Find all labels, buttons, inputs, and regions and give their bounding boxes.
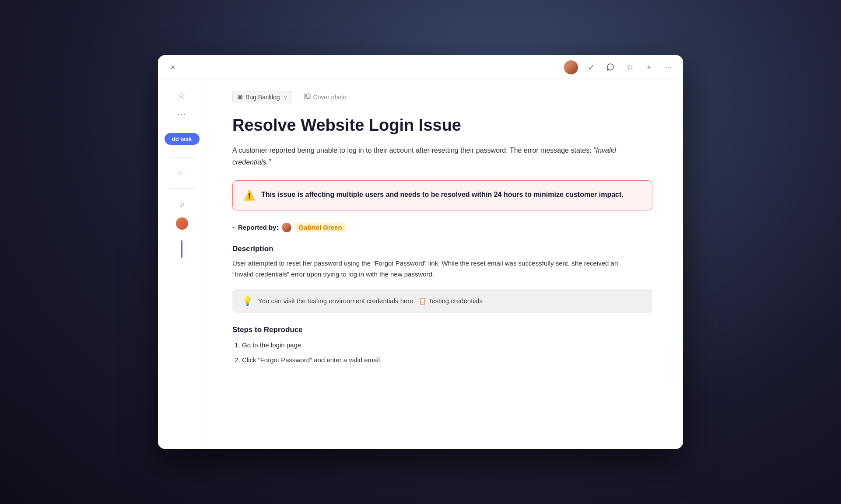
callout-text: You can visit the testing environment cr… [258,297,413,304]
reported-by-label: Reported by: [238,224,279,231]
svg-point-2 [305,95,307,96]
alert-icon: ⚠️ [243,190,255,201]
sidebar: ☆ ··· dd task e... g) [158,80,206,449]
cover-photo-button[interactable]: Cover photo [299,91,351,103]
sidebar-blue-line [181,240,182,258]
content-area: ☆ ··· dd task e... g) ▣ Bug Backlog ∨ [158,80,683,449]
project-name: Bug Backlog [245,94,280,101]
cover-photo-label: Cover photo [313,94,347,101]
step-item-2: Click “Forgot Password” and enter a vali… [242,354,657,367]
chat-icon[interactable] [604,61,617,74]
title-bar-left: × [167,61,179,74]
reporter-avatar [282,223,291,232]
plus-icon[interactable]: + [643,61,655,74]
steps-list: Go to the login page. Click “Forgot Pass… [232,339,657,367]
cover-icon [304,93,311,101]
close-button[interactable]: × [167,61,179,74]
callout-link-text: Testing credentials [428,297,483,304]
callout-box: 💡 You can visit the testing environment … [232,289,652,313]
title-bar-right: ✓ ☆ + ··· [564,60,674,74]
avatar-image [564,60,578,74]
callout-link[interactable]: 📋 Testing credentials [419,297,483,304]
star-icon[interactable]: ☆ [624,61,636,74]
sidebar-star-icon[interactable]: ☆ [178,91,186,101]
alert-text: This issue is affecting multiple users a… [261,189,624,200]
svg-point-0 [607,64,613,70]
step-item-1: Go to the login page. [242,339,657,352]
description-text: User attempted to reset her password usi… [232,258,626,280]
breadcrumb-chevron: ∨ [284,94,287,100]
sidebar-divider [169,157,195,158]
reported-by: • Reported by: Gabriel Green [232,223,657,232]
sidebar-more-icon[interactable]: ··· [177,110,186,119]
sidebar-divider-2 [169,188,195,189]
breadcrumb-project[interactable]: ▣ Bug Backlog ∨ [232,91,292,103]
doc-intro-text: A customer reported being unable to log … [232,144,626,168]
title-bar: × ✓ ☆ + ··· [158,55,683,80]
reporter-name[interactable]: Gabriel Green [295,223,345,232]
project-icon: ▣ [237,94,243,101]
add-task-button[interactable]: dd task [165,133,200,145]
sidebar-avatar[interactable] [176,217,188,230]
description-heading: Description [232,245,657,253]
alert-box: ⚠️ This issue is affecting multiple user… [232,180,652,210]
sidebar-bottom-text: g) [176,201,188,207]
checkmark-icon[interactable]: ✓ [585,61,597,74]
callout-link-icon: 📋 [419,298,426,304]
callout-bulb-icon: 💡 [242,296,253,306]
steps-heading: Steps to Reproduce [232,326,657,334]
app-window: × ✓ ☆ + ··· ☆ ··· dd task [158,55,683,449]
bullet-icon: • [232,224,235,231]
doc-area: ▣ Bug Backlog ∨ Cover photo R [206,80,683,449]
doc-title: Resolve Website Login Issue [232,116,657,136]
sidebar-icons: ☆ ··· [174,87,190,122]
user-avatar[interactable] [564,60,578,74]
more-icon[interactable]: ··· [662,61,674,74]
sidebar-placeholder-text: e... [175,170,189,176]
doc-toolbar: ▣ Bug Backlog ∨ Cover photo [232,91,657,103]
